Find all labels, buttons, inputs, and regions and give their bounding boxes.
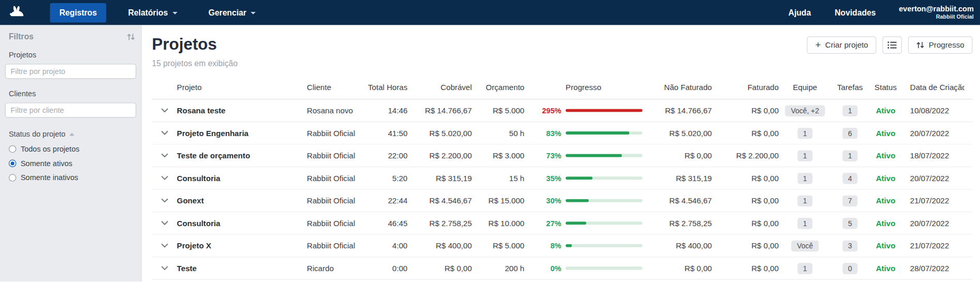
unbilled-amount: R$ 315,19	[647, 174, 712, 183]
col-data-criacao[interactable]: Data de Criação	[903, 83, 965, 92]
col-projeto[interactable]: Projeto	[177, 83, 307, 92]
nav-novidades[interactable]: Novidades	[826, 3, 885, 22]
page-title: Projetos	[152, 35, 238, 53]
client-filter-label: Clientes	[9, 90, 136, 98]
sort-progress-button[interactable]: Progresso	[908, 36, 973, 54]
table-row[interactable]: Consultoria Rabbiit Oficial 46:45 R$ 2.7…	[152, 212, 972, 235]
team-badge[interactable]: 1	[797, 217, 813, 229]
unbilled-amount: R$ 2.758,25	[647, 219, 712, 228]
filters-title: Filtros	[9, 32, 34, 41]
expand-row-icon[interactable]	[161, 153, 168, 157]
col-faturado[interactable]: Faturado	[712, 83, 779, 92]
tasks-badge[interactable]: 1	[843, 150, 858, 161]
expand-row-icon[interactable]	[161, 108, 168, 112]
budget: 15 h	[472, 174, 524, 183]
status-radio[interactable]: Todos os projetos	[9, 144, 136, 153]
top-navbar: Registros Relatórios Gerenciar Ajuda Nov…	[0, 0, 980, 25]
col-nao-faturado[interactable]: Não Faturado	[647, 83, 712, 92]
expand-row-icon[interactable]	[161, 266, 168, 270]
nav-registros[interactable]: Registros	[50, 3, 106, 22]
expand-row-icon[interactable]	[161, 221, 168, 225]
table-row[interactable]: Consultoria Rabbiit Oficial 5:20 R$ 315,…	[152, 167, 972, 190]
team-badge[interactable]: 1	[797, 127, 813, 139]
project-name[interactable]: Projeto Engenharia	[177, 129, 307, 138]
col-orcamento[interactable]: Orçamento	[472, 83, 524, 92]
table-row[interactable]: Projeto Engenharia Rabbiit Oficial 41:50…	[152, 122, 972, 145]
progress-bar	[566, 199, 643, 202]
user-menu[interactable]: everton@rabbiit.com Rabbiit Oficial	[899, 4, 975, 21]
nav-relatorios[interactable]: Relatórios	[119, 3, 186, 22]
main-content: Projetos 15 projetos em exibição + Criar…	[142, 25, 980, 281]
nav-gerenciar[interactable]: Gerenciar	[199, 3, 265, 22]
total-hours: 46:45	[367, 219, 407, 228]
project-filter-input[interactable]	[5, 64, 136, 79]
tasks-cell: 6	[831, 127, 869, 139]
team-badge[interactable]: Você, +2	[785, 105, 825, 116]
team-badge[interactable]: 1	[797, 172, 813, 184]
team-badge[interactable]: Você	[791, 240, 819, 251]
tasks-badge[interactable]: 0	[843, 263, 858, 274]
col-progresso[interactable]: Progresso	[524, 83, 647, 92]
nav-registros-label: Registros	[59, 8, 97, 17]
project-name[interactable]: Projeto X	[177, 241, 307, 250]
progress-percent: 8%	[524, 241, 561, 250]
col-equipe[interactable]: Equipe	[779, 83, 831, 92]
progress-cell: 30%	[524, 196, 647, 205]
col-cobravel[interactable]: Cobrável	[408, 83, 472, 92]
col-tarefas[interactable]: Tarefas	[831, 83, 869, 92]
main-header: Projetos 15 projetos em exibição + Criar…	[152, 35, 972, 68]
tasks-badge[interactable]: 6	[843, 127, 858, 139]
tasks-badge[interactable]: 7	[843, 195, 858, 206]
tasks-badge[interactable]: 4	[843, 172, 858, 184]
project-name[interactable]: Consultoria	[177, 174, 307, 183]
team-badge[interactable]: 1	[797, 195, 813, 206]
team-cell: 1	[779, 263, 831, 274]
list-view-button[interactable]	[882, 36, 902, 54]
team-badge[interactable]: 1	[797, 263, 813, 274]
col-cliente[interactable]: Cliente	[307, 83, 367, 92]
rabbit-icon	[9, 6, 25, 20]
chevron-down-icon	[172, 12, 177, 14]
progress-percent: 35%	[524, 174, 561, 183]
projects-table: Projeto Cliente Total Horas Cobrável Orç…	[152, 76, 972, 279]
progress-fill	[566, 109, 643, 112]
billed-amount: R$ 0,00	[712, 106, 779, 115]
tasks-badge[interactable]: 3	[843, 240, 858, 251]
progress-cell: 295%	[524, 106, 647, 115]
table-row[interactable]: Rosana teste Rosana novo 14:46 R$ 14.766…	[152, 99, 972, 122]
progress-cell: 0%	[524, 264, 647, 273]
status-group-header[interactable]: Status do projeto	[9, 129, 136, 138]
project-name[interactable]: Rosana teste	[177, 106, 307, 115]
team-badge[interactable]: 1	[797, 150, 813, 161]
project-name[interactable]: Teste de orçamento	[177, 151, 307, 160]
progress-percent: 0%	[524, 264, 561, 273]
tasks-badge[interactable]: 1	[843, 105, 858, 116]
creation-date: 28/07/2022	[903, 264, 965, 273]
header-actions: + Criar projeto	[807, 36, 972, 54]
main-nav: Registros Relatórios Gerenciar	[50, 3, 265, 22]
progress-fill	[566, 154, 622, 157]
collapse-filters-icon[interactable]	[127, 33, 135, 41]
expand-row-icon[interactable]	[161, 199, 168, 203]
table-row[interactable]: Gonext Rabbiit Oficial 22:44 R$ 4.546,67…	[152, 190, 972, 213]
col-total-horas[interactable]: Total Horas	[367, 83, 407, 92]
project-name[interactable]: Gonext	[177, 196, 307, 205]
rabbiit-logo[interactable]	[6, 3, 27, 22]
billable-amount: R$ 0,00	[408, 264, 472, 273]
status-radio[interactable]: Somente inativos	[9, 173, 136, 182]
billed-amount: R$ 0,00	[712, 174, 779, 183]
expand-row-icon[interactable]	[161, 131, 168, 135]
client-filter-input[interactable]	[5, 102, 136, 117]
project-name[interactable]: Consultoria	[177, 219, 307, 228]
table-row[interactable]: Teste Ricardo 0:00 R$ 0,00 200 h 0% R$ 0…	[152, 257, 972, 280]
expand-row-icon[interactable]	[161, 176, 168, 180]
create-project-button[interactable]: + Criar projeto	[807, 36, 876, 54]
tasks-badge[interactable]: 5	[843, 217, 858, 229]
expand-row-icon[interactable]	[161, 244, 168, 248]
table-row[interactable]: Projeto X Rabbiit Oficial 4:00 R$ 400,00…	[152, 235, 972, 258]
table-row[interactable]: Teste de orçamento Rabbiit Oficial 22:00…	[152, 144, 972, 167]
project-name[interactable]: Teste	[177, 264, 307, 273]
nav-ajuda[interactable]: Ajuda	[779, 3, 820, 22]
status-radio[interactable]: Somente ativos	[9, 159, 136, 168]
col-status[interactable]: Status	[869, 83, 903, 92]
